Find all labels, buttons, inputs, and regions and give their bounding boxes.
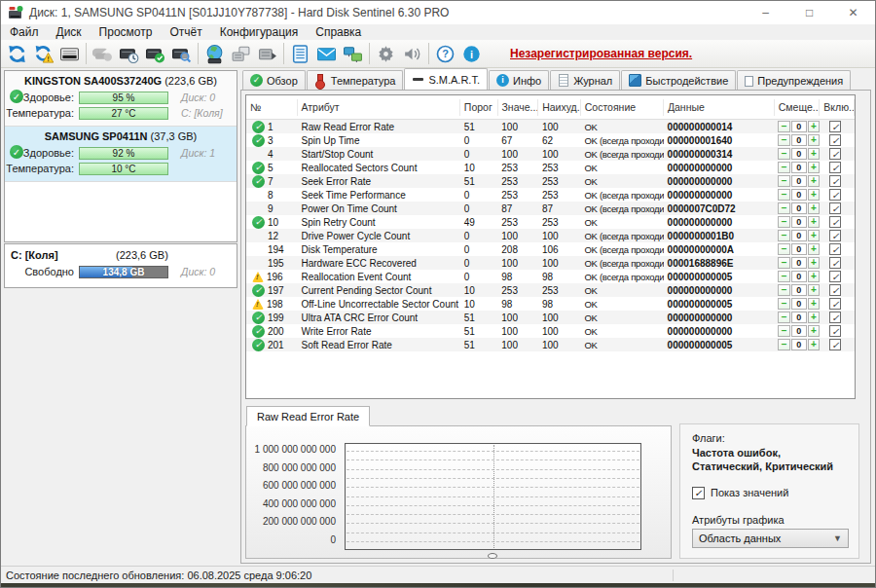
offset-decrement-button[interactable] bbox=[778, 216, 790, 228]
menu-item[interactable]: Справка bbox=[307, 24, 370, 40]
offset-increment-button[interactable] bbox=[808, 298, 821, 310]
tab[interactable]: Быстродействие bbox=[621, 70, 736, 90]
offset-decrement-button[interactable] bbox=[778, 284, 790, 296]
header-enabled[interactable]: Вклю... bbox=[820, 99, 855, 116]
disk-status-button[interactable] bbox=[142, 42, 168, 66]
offset-increment-button[interactable] bbox=[808, 121, 821, 132]
offset-increment-button[interactable] bbox=[808, 230, 821, 241]
offset-increment-button[interactable] bbox=[808, 162, 821, 173]
tab[interactable]: Температура bbox=[307, 70, 404, 90]
offset-increment-button[interactable] bbox=[808, 134, 821, 146]
table-row[interactable]: 3 Spin Up Time 0 67 62 OK (всегда проход… bbox=[246, 133, 855, 147]
table-row[interactable]: 4 Start/Stop Count 0 100 100 OK (всегда … bbox=[246, 147, 855, 161]
table-row[interactable]: 195 Hardware ECC Recovered 0 100 100 OK … bbox=[246, 256, 855, 270]
minimize-button[interactable]: – bbox=[744, 1, 787, 24]
offset-decrement-button[interactable] bbox=[778, 162, 790, 173]
offset-decrement-button[interactable] bbox=[778, 148, 790, 160]
enabled-checkbox[interactable] bbox=[829, 175, 841, 187]
sound-button[interactable] bbox=[399, 42, 425, 66]
offset-decrement-button[interactable] bbox=[778, 339, 790, 350]
enabled-checkbox[interactable] bbox=[829, 284, 841, 296]
offset-increment-button[interactable] bbox=[808, 325, 821, 337]
menu-item[interactable]: Просмотр bbox=[91, 24, 162, 40]
maximize-button[interactable]: □ bbox=[787, 1, 831, 24]
table-row[interactable]: 198 Off-Line Uncorrectable Sector Count … bbox=[246, 297, 855, 311]
offset-decrement-button[interactable] bbox=[778, 230, 790, 241]
enabled-checkbox[interactable] bbox=[829, 230, 841, 241]
disk-panel[interactable]: KINGSTON SA400S37240G (223,6 GB) Здоровь… bbox=[5, 71, 237, 127]
tab[interactable]: Обзор bbox=[242, 70, 306, 90]
tab[interactable]: Предупреждения bbox=[737, 70, 851, 90]
network-globe-button[interactable] bbox=[201, 42, 228, 66]
table-row[interactable]: 196 Reallocation Event Count 0 98 98 OK … bbox=[246, 270, 855, 283]
refresh-alert-button[interactable]: ! bbox=[30, 42, 56, 66]
enabled-checkbox[interactable] bbox=[829, 148, 841, 160]
offset-increment-button[interactable] bbox=[808, 202, 821, 214]
offset-increment-button[interactable] bbox=[808, 284, 821, 296]
header-num[interactable]: № bbox=[246, 99, 298, 116]
table-row[interactable]: 12 Drive Power Cycle Count 0 100 100 OK … bbox=[246, 229, 855, 242]
menu-item[interactable]: Файл bbox=[1, 24, 48, 40]
enabled-checkbox[interactable] bbox=[829, 298, 841, 310]
offset-decrement-button[interactable] bbox=[778, 325, 790, 337]
menu-item[interactable]: Диск bbox=[48, 24, 91, 40]
journal-button[interactable] bbox=[287, 42, 313, 66]
table-row[interactable]: 8 Seek Time Performance 0 253 253 OK (вс… bbox=[246, 188, 855, 202]
table-row[interactable]: 10 Spin Retry Count 49 253 253 OK 000000… bbox=[246, 215, 855, 229]
enabled-checkbox[interactable] bbox=[829, 202, 841, 214]
refresh-button[interactable] bbox=[4, 42, 30, 66]
table-row[interactable]: 9 Power On Time Count 0 87 87 OK (всегда… bbox=[246, 202, 855, 215]
header-data[interactable]: Данные bbox=[664, 99, 775, 116]
offset-decrement-button[interactable] bbox=[778, 243, 790, 255]
tab[interactable]: Инфо bbox=[489, 70, 549, 90]
enabled-checkbox[interactable] bbox=[829, 121, 841, 132]
table-row[interactable]: 199 Ultra ATA CRC Error Count 51 100 100… bbox=[246, 311, 855, 324]
disk-config-button[interactable] bbox=[56, 42, 83, 66]
disk-panel[interactable]: SAMSUNG SP0411N (37,3 GB) Здоровье: 92 %… bbox=[5, 127, 237, 182]
enabled-checkbox[interactable] bbox=[829, 271, 841, 282]
header-value[interactable]: Значе... bbox=[498, 99, 539, 116]
menu-item[interactable]: Отчёт bbox=[161, 24, 210, 40]
chart-position-handle[interactable] bbox=[488, 553, 497, 559]
enabled-checkbox[interactable] bbox=[829, 325, 841, 337]
unregistered-version-link[interactable]: Незарегистрированная версия. bbox=[510, 47, 692, 60]
header-threshold[interactable]: Порог bbox=[460, 99, 498, 116]
header-offset[interactable]: Смеще... bbox=[775, 99, 821, 116]
offset-increment-button[interactable] bbox=[808, 257, 821, 269]
disk-disabled-button[interactable] bbox=[90, 42, 116, 66]
network-share-button[interactable] bbox=[340, 42, 366, 66]
enabled-checkbox[interactable] bbox=[829, 216, 841, 228]
table-row[interactable]: 200 Write Error Rate 51 100 100 OK 00000… bbox=[246, 324, 855, 338]
enabled-checkbox[interactable] bbox=[829, 339, 841, 350]
chart-attribute-tab[interactable]: Raw Read Error Rate bbox=[246, 406, 370, 426]
table-row[interactable]: 201 Soft Read Error Rate 51 100 100 OK 0… bbox=[246, 338, 855, 351]
offset-decrement-button[interactable] bbox=[778, 121, 790, 132]
offset-increment-button[interactable] bbox=[808, 312, 821, 323]
email-button[interactable] bbox=[313, 42, 340, 66]
offset-increment-button[interactable] bbox=[808, 148, 821, 160]
settings-button[interactable] bbox=[373, 42, 399, 66]
graph-attributes-select[interactable]: Область данных ▼ bbox=[692, 529, 849, 548]
menu-item[interactable]: Конфигурация bbox=[211, 24, 308, 40]
enabled-checkbox[interactable] bbox=[829, 162, 841, 173]
header-worst[interactable]: Наихуд... bbox=[538, 99, 581, 116]
enabled-checkbox[interactable] bbox=[829, 134, 841, 146]
header-attribute[interactable]: Атрибут bbox=[298, 99, 460, 116]
table-row[interactable]: 197 Current Pending Sector Count 10 253 … bbox=[246, 283, 855, 297]
tab[interactable]: S.M.A.R.T. bbox=[404, 68, 488, 90]
offset-decrement-button[interactable] bbox=[778, 312, 790, 323]
table-row[interactable]: 1 Raw Read Error Rate 51 100 100 OK 0000… bbox=[246, 120, 855, 133]
close-button[interactable]: ✕ bbox=[831, 1, 875, 24]
offset-decrement-button[interactable] bbox=[778, 298, 790, 310]
enabled-checkbox[interactable] bbox=[829, 312, 841, 323]
table-row[interactable]: 7 Seek Error Rate 51 253 253 OK 00000000… bbox=[246, 174, 855, 188]
offset-decrement-button[interactable] bbox=[778, 134, 790, 146]
hardware-copy-button[interactable] bbox=[228, 42, 254, 66]
disk-history-button[interactable] bbox=[116, 42, 142, 66]
enabled-checkbox[interactable] bbox=[829, 243, 841, 255]
tab[interactable]: Журнал bbox=[550, 70, 620, 90]
help-button[interactable]: ? bbox=[432, 42, 458, 66]
offset-decrement-button[interactable] bbox=[778, 257, 790, 269]
table-row[interactable]: 5 Reallocated Sectors Count 10 253 253 O… bbox=[246, 161, 855, 174]
table-row[interactable]: 194 Disk Temperature 0 208 106 OK (всегд… bbox=[246, 242, 855, 256]
